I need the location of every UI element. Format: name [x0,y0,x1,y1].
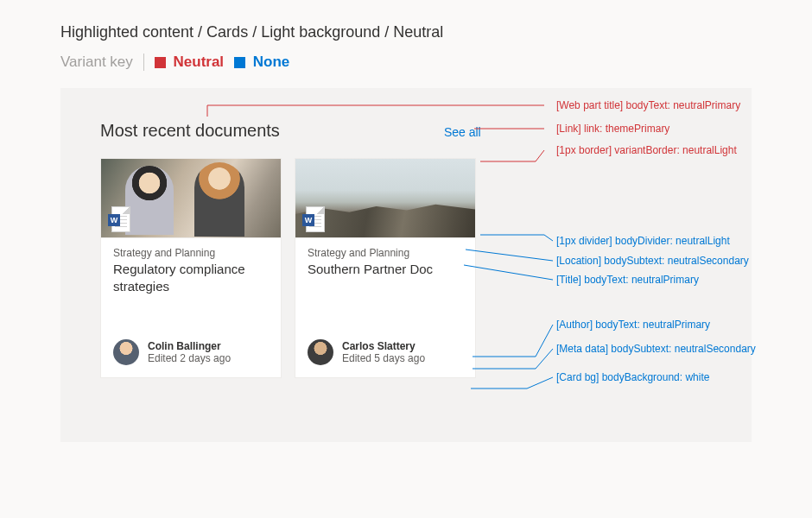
card-footer: Colin Ballinger Edited 2 days ago [101,339,281,377]
swatch-neutral-icon [155,57,166,68]
author-name: Colin Ballinger [148,340,231,352]
document-card[interactable]: W Strategy and Planning Regulatory compl… [100,158,282,378]
variant-key: Variant key Neutral None [0,41,812,71]
section-header: Most recent documents See all [100,121,752,141]
legend-none: None [234,54,289,71]
card-title: Southern Partner Doc [308,261,463,278]
legend-neutral-label: Neutral [174,54,225,70]
variant-key-label: Variant key [60,54,133,71]
photo-person-icon [194,162,244,237]
card-location: Strategy and Planning [308,247,463,259]
card-location: Strategy and Planning [113,247,269,259]
swatch-none-icon [234,57,245,68]
variant-key-divider [143,54,144,71]
callout-webpart-title: [Web part title] bodyText: neutralPrimar… [556,99,740,111]
avatar-icon [308,339,333,365]
section-title: Most recent documents [100,121,280,141]
page-title: Highlighted content / Cards / Light back… [0,0,812,41]
preview-panel: Most recent documents See all W Strategy… [60,88,752,442]
card-body: Strategy and Planning Regulatory complia… [101,238,281,339]
card-image: W [295,159,475,238]
card-grid: W Strategy and Planning Regulatory compl… [100,158,752,378]
callout-border: [1px border] variantBorder: neutralLight [556,144,737,156]
avatar-icon [113,339,139,365]
photo-person-icon [125,166,174,235]
card-meta: Edited 5 days ago [342,352,425,364]
word-doc-icon: W [302,206,325,232]
author-name: Carlos Slattery [342,340,425,352]
card-body: Strategy and Planning Southern Partner D… [295,238,475,339]
author-block: Carlos Slattery Edited 5 days ago [342,340,425,364]
card-footer: Carlos Slattery Edited 5 days ago [295,339,475,377]
document-card[interactable]: W Strategy and Planning Southern Partner… [295,158,476,378]
see-all-link[interactable]: See all [444,125,481,139]
legend-none-label: None [253,54,290,70]
legend-neutral: Neutral [155,54,224,71]
card-meta: Edited 2 days ago [148,352,231,364]
word-doc-icon: W [108,206,130,232]
card-image: W [101,159,281,238]
author-block: Colin Ballinger Edited 2 days ago [148,340,231,364]
card-title: Regulatory compliance strategies [113,261,269,294]
